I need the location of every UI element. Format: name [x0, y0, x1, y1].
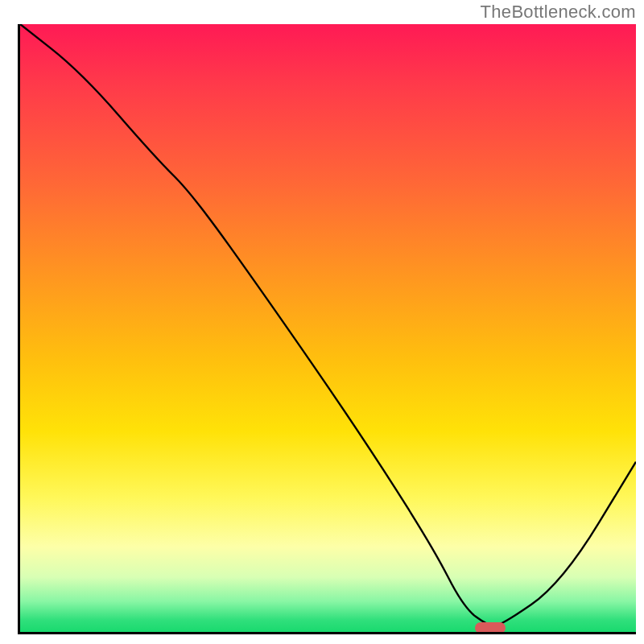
watermark-text: TheBottleneck.com	[481, 2, 636, 23]
optimal-marker	[475, 622, 506, 634]
plot-area	[18, 24, 636, 634]
chart-frame: TheBottleneck.com	[0, 0, 644, 644]
gradient-background	[20, 24, 636, 632]
